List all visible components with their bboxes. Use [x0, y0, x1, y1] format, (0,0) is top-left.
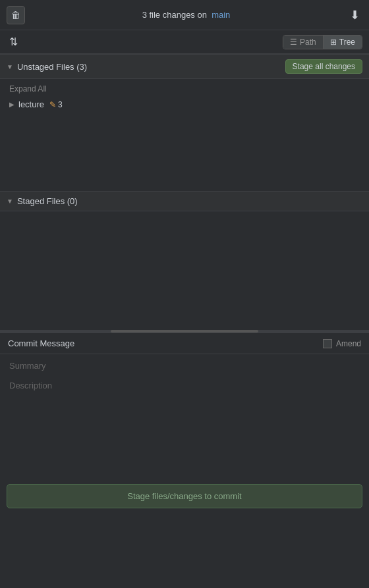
- view-toggle: ☰ Path ⊞ Tree: [283, 35, 362, 49]
- stage-all-button[interactable]: Stage all changes: [285, 59, 362, 74]
- tree-view-button[interactable]: ⊞ Tree: [323, 36, 362, 49]
- modified-count: 3: [58, 100, 63, 109]
- header-left: 🗑: [7, 6, 25, 24]
- header-center: 3 file changes on main: [25, 10, 347, 20]
- branch-name: main: [212, 10, 230, 20]
- staged-chevron: ▼: [7, 198, 13, 205]
- sort-button[interactable]: ⇅: [7, 34, 20, 49]
- toolbar: ⇅ ☰ Path ⊞ Tree: [0, 30, 369, 54]
- staged-title-container: ▼ Staged Files (0): [7, 196, 78, 206]
- commit-button[interactable]: Stage files/changes to commit: [7, 484, 362, 508]
- staged-section: ▼ Staged Files (0): [0, 191, 369, 330]
- unstaged-title-container: ▼ Unstaged Files (3): [7, 62, 87, 72]
- tree-label: Tree: [339, 38, 355, 47]
- commit-message-label: Commit Message: [8, 338, 74, 348]
- unstaged-chevron: ▼: [7, 63, 13, 70]
- amend-container: Amend: [323, 339, 361, 348]
- list-item[interactable]: ▶ lecture ✎ 3: [0, 97, 369, 111]
- amend-label: Amend: [336, 339, 361, 348]
- scroll-indicator: [0, 330, 369, 333]
- tree-item-chevron: ▶: [9, 101, 16, 108]
- discard-button[interactable]: 🗑: [7, 6, 25, 24]
- commit-section: Commit Message Amend: [0, 333, 369, 484]
- commit-header: Commit Message Amend: [0, 333, 369, 354]
- path-view-button[interactable]: ☰ Path: [283, 36, 323, 49]
- unstaged-title: Unstaged Files (3): [17, 62, 87, 72]
- unstaged-section: ▼ Unstaged Files (3) Stage all changes E…: [0, 54, 369, 191]
- commit-textarea[interactable]: [0, 354, 369, 482]
- scroll-thumb: [111, 330, 258, 333]
- path-icon: ☰: [290, 38, 297, 47]
- file-changes-text: 3 file changes on: [142, 10, 207, 20]
- path-label: Path: [300, 38, 316, 47]
- unstaged-section-header: ▼ Unstaged Files (3) Stage all changes: [0, 54, 369, 79]
- download-button[interactable]: ⬇: [347, 5, 362, 25]
- header: 🗑 3 file changes on main ⬇: [0, 0, 369, 30]
- folder-name: lecture: [18, 99, 44, 109]
- expand-all-button[interactable]: Expand All: [0, 83, 369, 97]
- amend-checkbox[interactable]: [323, 339, 332, 348]
- sort-icon: ⇅: [9, 36, 18, 47]
- download-icon: ⬇: [350, 9, 360, 22]
- staged-section-header: ▼ Staged Files (0): [0, 191, 369, 211]
- tree-badge: ✎ 3: [49, 100, 63, 109]
- staged-file-area: [0, 211, 369, 330]
- tree-icon: ⊞: [330, 38, 337, 47]
- staged-title: Staged Files (0): [17, 196, 78, 206]
- trash-icon: 🗑: [11, 10, 20, 20]
- unstaged-file-area: Expand All ▶ lecture ✎ 3: [0, 79, 369, 191]
- pencil-icon: ✎: [49, 100, 56, 109]
